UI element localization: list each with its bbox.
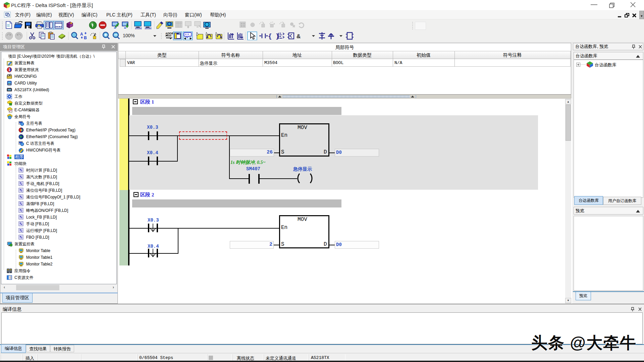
svg-text:&: & <box>297 33 301 40</box>
svg-text:A: A <box>80 32 83 37</box>
svg-text:100%: 100% <box>123 33 135 38</box>
svg-text:IOIOI: IOIOI <box>135 27 142 29</box>
svg-text:{ }: { } <box>268 33 279 40</box>
svg-text:1: 1 <box>8 68 10 72</box>
svg-text:B: B <box>84 36 87 40</box>
svg-text:IOIOI: IOIOI <box>145 27 152 29</box>
svg-text:ADDR: ADDR <box>165 32 174 35</box>
